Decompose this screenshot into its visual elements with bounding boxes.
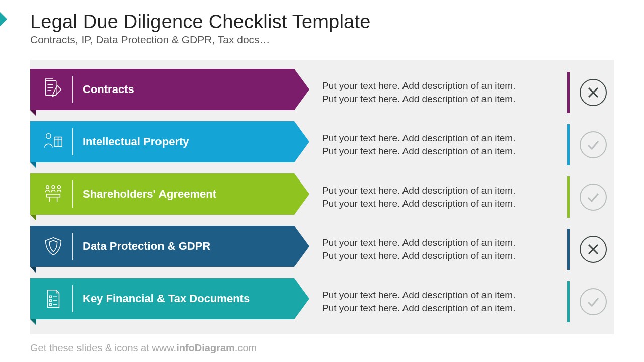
item-arrow: Shareholders' Agreement bbox=[30, 173, 294, 215]
desc-line: Put your text here. Add description of a… bbox=[322, 79, 557, 93]
svg-rect-20 bbox=[49, 304, 51, 306]
checklist-row: Contracts Put your text here. Add descri… bbox=[30, 69, 614, 116]
ribbon-fold bbox=[30, 319, 36, 325]
item-description: Put your text here. Add description of a… bbox=[294, 121, 567, 168]
item-description: Put your text here. Add description of a… bbox=[294, 173, 567, 221]
divider bbox=[72, 128, 73, 155]
item-arrow: Intellectual Property bbox=[30, 121, 294, 162]
desc-line: Put your text here. Add description of a… bbox=[322, 145, 557, 158]
svg-rect-13 bbox=[47, 194, 60, 197]
footer-attribution: Get these slides & icons at www.infoDiag… bbox=[30, 342, 257, 354]
color-stripe bbox=[567, 72, 570, 113]
slide-subtitle: Contracts, IP, Data Protection & GDPR, T… bbox=[30, 34, 614, 46]
desc-line: Put your text here. Add description of a… bbox=[322, 132, 557, 145]
desc-line: Put your text here. Add description of a… bbox=[322, 93, 557, 106]
checklist: Contracts Put your text here. Add descri… bbox=[30, 60, 614, 334]
footer-suffix: .com bbox=[235, 342, 257, 353]
checklist-row: Key Financial & Tax Documents Put your t… bbox=[30, 278, 614, 325]
color-stripe bbox=[567, 281, 570, 322]
desc-line: Put your text here. Add description of a… bbox=[322, 289, 557, 302]
color-stripe bbox=[567, 176, 570, 218]
divider bbox=[72, 233, 73, 260]
svg-point-11 bbox=[52, 186, 55, 189]
svg-point-12 bbox=[58, 186, 61, 189]
item-arrow: Key Financial & Tax Documents bbox=[30, 278, 294, 319]
item-description: Put your text here. Add description of a… bbox=[294, 69, 567, 116]
status-cross-icon bbox=[580, 79, 607, 106]
svg-point-10 bbox=[46, 186, 49, 189]
ribbon-fold bbox=[30, 267, 36, 273]
status-cross-icon bbox=[580, 236, 607, 263]
footer-prefix: Get these slides & icons at www. bbox=[30, 342, 176, 353]
checklist-row: Intellectual Property Put your text here… bbox=[30, 121, 614, 168]
svg-rect-18 bbox=[49, 296, 51, 298]
color-stripe bbox=[567, 124, 570, 165]
item-arrow: Data Protection & GDPR bbox=[30, 226, 294, 267]
item-title: Intellectual Property bbox=[83, 135, 194, 148]
desc-line: Put your text here. Add description of a… bbox=[322, 249, 557, 262]
person-book-icon bbox=[39, 128, 67, 156]
desc-line: Put your text here. Add description of a… bbox=[322, 197, 557, 210]
shield-icon bbox=[39, 232, 67, 260]
svg-point-6 bbox=[46, 134, 51, 139]
item-title: Data Protection & GDPR bbox=[83, 240, 215, 252]
ribbon-fold bbox=[30, 162, 36, 168]
slide-header: Legal Due Diligence Checklist Template C… bbox=[0, 0, 644, 51]
status-check-icon bbox=[580, 288, 607, 315]
item-title: Shareholders' Agreement bbox=[83, 188, 221, 200]
status-check-icon bbox=[580, 184, 607, 211]
divider bbox=[72, 76, 73, 103]
item-description: Put your text here. Add description of a… bbox=[294, 278, 567, 325]
desc-line: Put your text here. Add description of a… bbox=[322, 302, 557, 315]
divider bbox=[72, 180, 73, 208]
people-table-icon bbox=[39, 180, 67, 208]
svg-rect-19 bbox=[49, 300, 51, 302]
item-description: Put your text here. Add description of a… bbox=[294, 226, 567, 273]
checklist-row: Data Protection & GDPR Put your text her… bbox=[30, 226, 614, 273]
document-pencil-icon bbox=[39, 75, 67, 104]
color-stripe bbox=[567, 229, 570, 270]
ribbon-fold bbox=[30, 110, 36, 116]
desc-line: Put your text here. Add description of a… bbox=[322, 236, 557, 249]
document-list-icon bbox=[39, 285, 67, 313]
item-title: Contracts bbox=[83, 83, 139, 96]
svg-rect-0 bbox=[46, 81, 56, 96]
item-title: Key Financial & Tax Documents bbox=[83, 292, 255, 305]
desc-line: Put your text here. Add description of a… bbox=[322, 184, 557, 197]
ribbon-fold bbox=[30, 215, 36, 221]
footer-brand: infoDiagram bbox=[176, 342, 235, 353]
item-arrow: Contracts bbox=[30, 69, 294, 110]
slide-title: Legal Due Diligence Checklist Template bbox=[30, 11, 614, 33]
checklist-row: Shareholders' Agreement Put your text he… bbox=[30, 173, 614, 221]
status-check-icon bbox=[580, 131, 607, 158]
divider bbox=[72, 285, 73, 312]
